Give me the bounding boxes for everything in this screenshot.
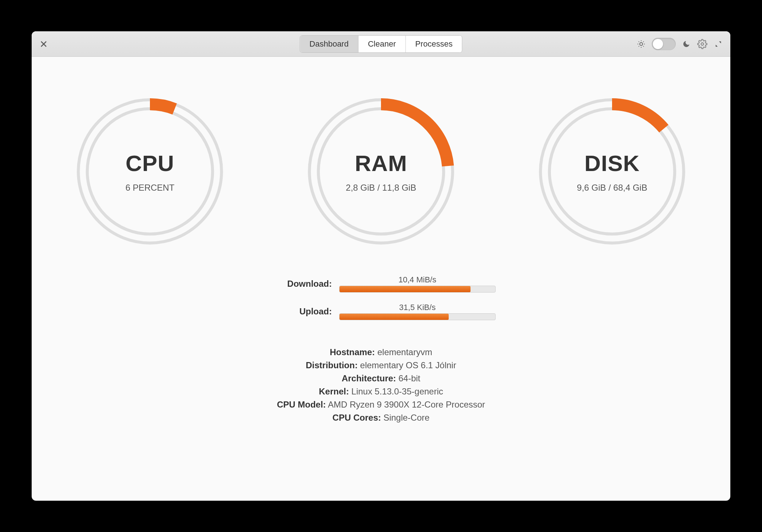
distribution-value: elementary OS 6.1 Jólnir (360, 360, 456, 370)
cpu-cores-value: Single-Core (384, 413, 430, 422)
svg-point-17 (314, 104, 448, 239)
titlebar: Dashboard Cleaner Processes (32, 31, 730, 57)
kernel-label: Kernel: (319, 386, 349, 396)
titlebar-right-controls (636, 38, 724, 50)
svg-line-9 (639, 46, 639, 46)
ram-gauge: RAM 2,8 GiB / 11,8 GiB (306, 97, 456, 246)
hostname-value: elementaryvm (377, 347, 432, 357)
svg-line-6 (643, 46, 644, 46)
cpu-gauge: CPU 6 PERCENT (75, 97, 225, 246)
gear-icon (697, 39, 707, 49)
fullscreen-button[interactable] (713, 39, 724, 49)
system-info: Hostname: elementaryvm Distribution: ele… (277, 346, 485, 424)
tab-dashboard[interactable]: Dashboard (300, 36, 358, 52)
svg-line-5 (639, 41, 639, 41)
download-label: Download: (266, 279, 332, 289)
architecture-label: Architecture: (342, 373, 396, 383)
distribution-label: Distribution: (306, 360, 358, 370)
svg-point-20 (545, 104, 679, 239)
gauges-row: CPU 6 PERCENT RAM 2,8 GiB / 11,8 GiB (75, 97, 687, 246)
dashboard-content: CPU 6 PERCENT RAM 2,8 GiB / 11,8 GiB (32, 57, 730, 501)
upload-bar-wrap: 31,5 KiB/s (339, 303, 496, 320)
upload-value: 31,5 KiB/s (339, 303, 496, 312)
download-bar-fill (340, 286, 471, 292)
svg-point-13 (87, 109, 213, 234)
disk-gauge: DISK 9,6 GiB / 68,4 GiB (537, 97, 687, 246)
network-panel: Download: 10,4 MiB/s Upload: 31,5 KiB/s (266, 275, 496, 320)
kernel-value: Linux 5.13.0-35-generic (352, 386, 443, 396)
theme-toggle[interactable] (652, 38, 676, 50)
cpu-model-value: AMD Ryzen 9 3900X 12-Core Processor (328, 400, 485, 409)
svg-point-2 (640, 43, 643, 45)
fullscreen-icon (714, 40, 722, 48)
sun-icon (636, 39, 647, 49)
hostname-label: Hostname: (330, 347, 375, 357)
moon-icon (681, 39, 692, 49)
close-button[interactable] (38, 39, 49, 49)
cpu-model-label: CPU Model: (277, 400, 326, 409)
upload-label: Upload: (266, 306, 332, 317)
close-icon (40, 41, 47, 47)
cpu-cores-label: CPU Cores: (333, 413, 381, 422)
architecture-value: 64-bit (398, 373, 420, 383)
download-value: 10,4 MiB/s (339, 275, 496, 285)
svg-point-14 (83, 104, 217, 239)
upload-bar-fill (340, 314, 449, 320)
app-window: Dashboard Cleaner Processes (32, 31, 730, 501)
svg-line-10 (643, 41, 644, 41)
tab-processes[interactable]: Processes (406, 36, 462, 52)
download-bar (339, 286, 496, 293)
svg-point-12 (78, 100, 222, 243)
settings-button[interactable] (697, 39, 708, 49)
tab-group: Dashboard Cleaner Processes (299, 35, 462, 53)
svg-point-11 (701, 43, 704, 45)
upload-bar (339, 313, 496, 320)
tab-cleaner[interactable]: Cleaner (358, 36, 406, 52)
download-bar-wrap: 10,4 MiB/s (339, 275, 496, 293)
toggle-knob (653, 39, 663, 49)
